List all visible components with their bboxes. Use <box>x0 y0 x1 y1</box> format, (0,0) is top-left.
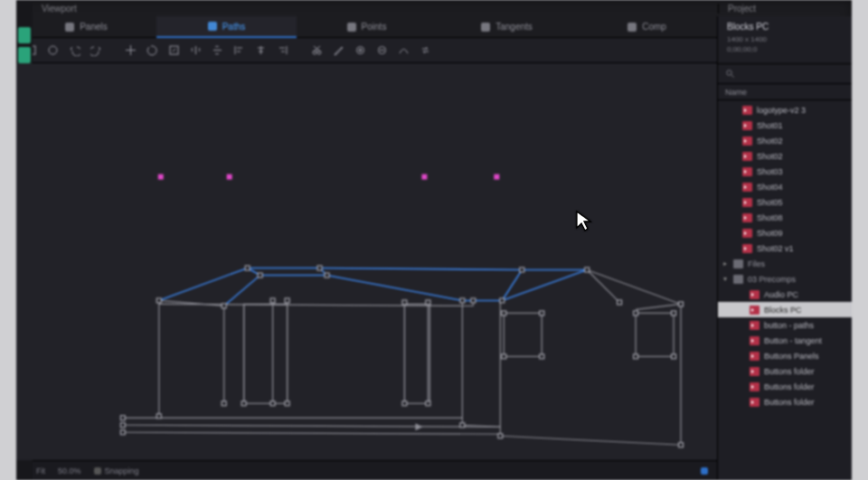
comp-icon <box>750 321 760 330</box>
project-item[interactable]: Shot04 <box>718 179 852 194</box>
tool-scale[interactable] <box>165 42 183 60</box>
vertex-handle[interactable] <box>672 354 676 359</box>
vertex-handle[interactable] <box>460 298 465 303</box>
tool-flip-v[interactable] <box>208 42 226 60</box>
project-folder[interactable]: ▸Files <box>718 256 852 271</box>
project-item[interactable]: Blocks PC <box>718 302 852 317</box>
vertex-handle[interactable] <box>270 298 275 303</box>
status-right-icon[interactable] <box>701 467 708 475</box>
mode-tab-panels[interactable]: Panels <box>16 16 156 38</box>
vertex-handle[interactable] <box>317 266 322 270</box>
vertex-handle[interactable] <box>502 354 506 359</box>
vertex-handle[interactable] <box>634 354 638 359</box>
project-item[interactable]: Shot01 <box>718 118 852 133</box>
magenta-marker[interactable] <box>158 174 164 180</box>
vertex-handle[interactable] <box>540 354 544 359</box>
vertex-handle[interactable] <box>618 300 622 305</box>
project-folder[interactable]: ▾03 Precomps <box>718 271 852 287</box>
project-item[interactable]: Buttons Panels <box>718 348 852 363</box>
vertex-handle[interactable] <box>270 401 275 406</box>
project-item[interactable]: Buttons folder <box>718 394 852 409</box>
project-item[interactable]: Audio PC <box>718 287 852 302</box>
project-search[interactable] <box>718 64 852 84</box>
project-item[interactable]: logotype-v2 3 <box>718 102 852 118</box>
tool-align-center[interactable] <box>251 42 269 60</box>
gutter-swatch[interactable] <box>18 27 31 43</box>
project-item[interactable]: Buttons folder <box>718 379 852 394</box>
gutter-swatch[interactable] <box>18 47 31 63</box>
tool-flip-h[interactable] <box>186 42 204 60</box>
canvas[interactable] <box>16 63 717 460</box>
project-item[interactable]: Buttons folder <box>718 363 852 379</box>
tool-move[interactable] <box>121 42 139 60</box>
tool-reverse[interactable] <box>416 42 434 60</box>
project-item[interactable]: Shot08 <box>718 210 852 225</box>
vertex-handle[interactable] <box>498 434 503 438</box>
mode-tab-tangents[interactable]: Tangents <box>437 16 577 38</box>
project-item-label: Audio PC <box>764 290 798 299</box>
vertex-handle[interactable] <box>502 311 506 315</box>
project-item[interactable]: Shot02 <box>718 133 852 148</box>
tool-add-point[interactable] <box>351 42 369 60</box>
project-item[interactable]: Shot02 <box>718 148 852 164</box>
vertex-handle[interactable] <box>285 298 289 303</box>
tool-pen[interactable] <box>329 42 347 60</box>
vertex-handle[interactable] <box>120 423 125 428</box>
tool-cut[interactable] <box>307 42 326 60</box>
undo-icon <box>69 44 80 56</box>
vertex-handle[interactable] <box>120 430 125 435</box>
vertex-handle[interactable] <box>460 423 465 428</box>
magenta-marker[interactable] <box>494 174 499 180</box>
project-item[interactable]: Shot05 <box>718 194 852 210</box>
tool-align-left[interactable] <box>230 42 248 60</box>
status-snapping[interactable]: Snapping <box>94 466 139 475</box>
project-header-name[interactable]: Name <box>718 84 852 100</box>
vertex-handle[interactable] <box>471 298 476 303</box>
vertex-handle[interactable] <box>222 401 226 406</box>
project-item[interactable]: Shot02 v1 <box>718 240 852 256</box>
vertex-handle[interactable] <box>258 273 262 278</box>
project-item[interactable]: Button - tangent <box>718 333 852 348</box>
vertex-handle[interactable] <box>672 311 676 315</box>
add-point-icon <box>354 44 366 56</box>
mode-tab-points[interactable]: Points <box>297 16 437 38</box>
mode-tab-label: Tangents <box>495 22 533 32</box>
vertex-handle[interactable] <box>426 300 430 305</box>
tool-align-right[interactable] <box>273 42 291 60</box>
tool-remove-point[interactable] <box>373 42 391 60</box>
vertex-handle[interactable] <box>325 273 329 278</box>
vertex-handle[interactable] <box>585 268 590 272</box>
mode-tab-comp[interactable]: Comp <box>577 16 717 38</box>
vertex-handle[interactable] <box>156 414 161 419</box>
tool-redo[interactable] <box>87 42 105 60</box>
tool-lasso[interactable] <box>43 42 61 60</box>
project-item[interactable]: Shot09 <box>718 225 852 240</box>
vertex-handle[interactable] <box>540 311 544 315</box>
vertex-handle[interactable] <box>634 311 638 315</box>
tool-convert[interactable] <box>394 42 412 60</box>
vertex-handle[interactable] <box>500 298 505 303</box>
status-zoom[interactable]: 50.0% <box>58 466 81 475</box>
vertex-handle[interactable] <box>679 302 684 306</box>
vertex-handle[interactable] <box>426 401 430 406</box>
vertex-handle[interactable] <box>222 304 226 308</box>
vertex-handle[interactable] <box>241 401 246 406</box>
vertex-handle[interactable] <box>245 266 250 270</box>
vertex-handle[interactable] <box>156 298 161 303</box>
vertex-handle[interactable] <box>402 401 407 406</box>
tool-undo[interactable] <box>65 42 83 60</box>
magenta-marker[interactable] <box>421 174 427 180</box>
vertex-handle[interactable] <box>520 268 524 272</box>
svg-line-24 <box>636 304 681 309</box>
tool-rotate[interactable] <box>143 42 161 60</box>
vertex-handle[interactable] <box>679 443 684 447</box>
magenta-marker[interactable] <box>227 174 232 180</box>
mode-tab-paths[interactable]: Paths <box>156 16 297 38</box>
vertex-handle[interactable] <box>285 401 289 406</box>
project-item[interactable]: button - paths <box>718 317 852 333</box>
project-item[interactable]: Shot03 <box>718 164 852 179</box>
vertex-handle[interactable] <box>120 416 125 420</box>
chevron-right-icon: ▸ <box>723 259 729 268</box>
project-item-label: Buttons Panels <box>764 352 819 361</box>
vertex-handle[interactable] <box>402 300 407 305</box>
